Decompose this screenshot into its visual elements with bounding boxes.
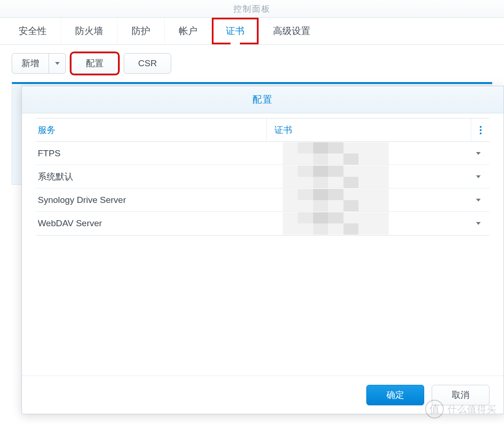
tab-advanced[interactable]: 高级设置 <box>259 18 324 44</box>
row-dropdown[interactable] <box>467 175 490 178</box>
dialog-title: 配置 <box>22 86 504 113</box>
grid-header: 服务 证书 <box>36 118 490 142</box>
redacted-icon <box>267 142 389 165</box>
row-dropdown[interactable] <box>467 152 490 155</box>
cert-cell <box>266 212 467 235</box>
row-dropdown[interactable] <box>467 222 490 225</box>
cert-cell <box>266 188 467 211</box>
window-title: 控制面板 <box>0 0 504 18</box>
redacted-icon <box>267 166 389 188</box>
table-row: WebDAV Server <box>36 212 490 235</box>
tab-security[interactable]: 安全性 <box>5 18 61 44</box>
grid-more-button[interactable] <box>471 118 490 141</box>
row-dropdown[interactable] <box>467 199 490 202</box>
table-row: Synology Drive Server <box>36 188 490 212</box>
redacted-icon <box>267 212 389 235</box>
service-cell: 系统默认 <box>36 171 266 183</box>
csr-button[interactable]: CSR <box>124 53 171 74</box>
cancel-button[interactable]: 取消 <box>432 385 490 405</box>
configure-button[interactable]: 配置 <box>71 53 118 74</box>
tab-protection[interactable]: 防护 <box>118 18 165 44</box>
configure-dialog: 配置 服务 证书 FTPS 系统默认 Synology Drive Server <box>21 86 504 414</box>
service-cell: FTPS <box>36 148 266 159</box>
toolbar: 新增 配置 CSR <box>0 45 504 82</box>
caret-down-icon <box>476 199 481 202</box>
service-cell: WebDAV Server <box>36 218 266 229</box>
service-cert-grid: 服务 证书 FTPS 系统默认 Synology Drive Server We <box>36 118 490 236</box>
cert-cell <box>266 165 467 188</box>
add-button[interactable]: 新增 <box>12 53 49 74</box>
caret-down-icon <box>476 152 481 155</box>
dialog-body: 服务 证书 FTPS 系统默认 Synology Drive Server We <box>22 113 504 375</box>
tab-firewall[interactable]: 防火墙 <box>61 18 118 44</box>
col-service-header[interactable]: 服务 <box>36 124 266 136</box>
redacted-icon <box>267 189 389 211</box>
tab-bar: 安全性 防火墙 防护 帐户 证书 高级设置 <box>0 18 504 45</box>
caret-down-icon <box>476 175 481 178</box>
caret-down-icon <box>55 62 60 65</box>
tab-account[interactable]: 帐户 <box>165 18 212 44</box>
add-dropdown-button[interactable] <box>49 53 66 74</box>
dialog-footer: 确定 取消 <box>22 375 504 414</box>
add-split-button: 新增 <box>12 53 66 74</box>
col-cert-header[interactable]: 证书 <box>266 118 471 141</box>
ok-button[interactable]: 确定 <box>366 385 424 405</box>
tab-certificate[interactable]: 证书 <box>212 18 259 44</box>
more-vertical-icon <box>480 129 482 131</box>
caret-down-icon <box>476 222 481 225</box>
cert-cell <box>266 142 467 165</box>
table-row: 系统默认 <box>36 165 490 188</box>
table-row: FTPS <box>36 142 490 165</box>
service-cell: Synology Drive Server <box>36 195 266 205</box>
